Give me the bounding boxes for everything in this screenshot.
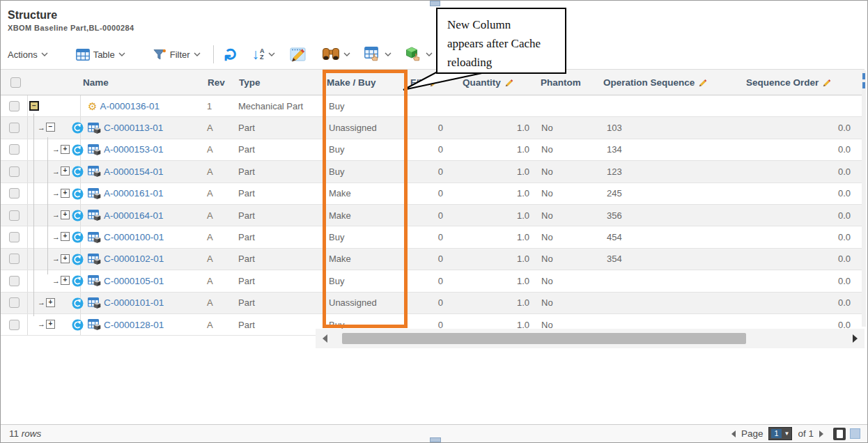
structure-window: Structure XBOM Baseline Part,BL-0000284 …: [0, 0, 868, 443]
refresh-button[interactable]: ↻: [224, 47, 238, 62]
chevron-down-icon: [118, 52, 125, 57]
expand-toggle[interactable]: →+: [52, 166, 70, 176]
edit-pencil-icon[interactable]: [822, 78, 831, 87]
column-header-operation-sequence[interactable]: Operation Sequence: [600, 77, 743, 88]
table-row: →+ C-0000101-01 A Part Unassigned 0 1.0 …: [1, 293, 865, 314]
part-icon: [88, 166, 101, 177]
part-icon: [88, 188, 101, 199]
part-name-link[interactable]: C-0000128-01: [104, 320, 164, 330]
actions-menu[interactable]: Actions: [8, 49, 48, 60]
page-number-dropdown[interactable]: 1 ▼: [768, 427, 792, 440]
expand-toggle[interactable]: →−: [38, 123, 55, 132]
part-name-link[interactable]: C-0000101-01: [104, 297, 164, 308]
quantity-cell: 1.0: [460, 297, 538, 308]
expand-toggle[interactable]: →+: [52, 145, 70, 154]
part-name-link[interactable]: A-0000164-01: [104, 210, 164, 221]
scrollbar-thumb[interactable]: [342, 333, 746, 344]
column-header-type[interactable]: Type: [236, 77, 324, 88]
prev-page-arrow[interactable]: [731, 430, 736, 437]
table-body: − ⚙ A-0000136-01 1 Mechanical Part Buy →…: [1, 95, 865, 336]
expand-box-icon: −: [46, 123, 55, 132]
expand-box-icon: +: [46, 298, 55, 307]
chevron-down-icon: [385, 52, 392, 57]
make-buy-cell: Make: [324, 188, 408, 199]
chevron-down-icon: [194, 52, 201, 57]
chevron-down-icon: [426, 52, 433, 57]
next-page-arrow[interactable]: [819, 430, 823, 437]
filter-menu[interactable]: Filter: [153, 49, 201, 61]
row-checkbox[interactable]: [9, 123, 20, 133]
expand-toggle[interactable]: →+: [52, 254, 70, 263]
refresh-icon: ↻: [223, 47, 238, 62]
part-name-link[interactable]: C-0000102-01: [104, 254, 164, 264]
row-checkbox[interactable]: [9, 232, 20, 242]
operation-sequence-cell: 454: [600, 232, 743, 242]
search-button[interactable]: [322, 47, 350, 62]
tree-cell: →+: [27, 139, 81, 160]
split-view-icon[interactable]: [850, 428, 860, 439]
table-menu[interactable]: Table: [76, 49, 125, 61]
row-checkbox[interactable]: [9, 210, 20, 221]
column-header-sequence-order[interactable]: Sequence Order: [743, 77, 865, 88]
name-cell: A-0000161-01: [81, 188, 205, 199]
quantity-cell: 1.0: [460, 188, 538, 199]
page-label: Page: [741, 428, 764, 439]
part-name-link[interactable]: A-0000154-01: [104, 166, 164, 177]
part-name-link[interactable]: C-0000113-01: [104, 123, 163, 133]
part-name-link[interactable]: C-0000105-01: [104, 276, 164, 286]
row-checkbox[interactable]: [9, 101, 20, 111]
column-header-rev[interactable]: Rev: [205, 77, 236, 88]
name-cell: A-0000164-01: [81, 210, 205, 221]
vertical-scrollbar[interactable]: [862, 70, 866, 327]
sequence-order-cell: 0.0: [743, 232, 865, 242]
row-checkbox[interactable]: [9, 166, 20, 177]
expand-toggle[interactable]: →+: [38, 298, 55, 307]
full-page-view-icon[interactable]: [833, 428, 846, 440]
revision-status-icon: [72, 188, 84, 200]
row-checkbox[interactable]: [9, 188, 20, 199]
part-name-link[interactable]: A-0000161-01: [104, 188, 164, 199]
tree-cell: →−: [27, 117, 81, 138]
table-select-button[interactable]: [364, 47, 392, 62]
phantom-cell: No: [538, 276, 600, 286]
expand-toggle[interactable]: →+: [52, 232, 70, 241]
edit-pencil-icon[interactable]: [698, 78, 707, 87]
part-select-button[interactable]: [405, 47, 433, 62]
expand-toggle[interactable]: →+: [52, 189, 70, 198]
row-checkbox[interactable]: [9, 254, 20, 264]
annotation-handle: [430, 1, 440, 6]
row-checkbox[interactable]: [9, 320, 20, 330]
edit-pencil-icon[interactable]: [504, 78, 513, 87]
mass-edit-button[interactable]: [289, 46, 308, 63]
sort-button[interactable]: ↓ AZ: [252, 47, 275, 61]
page-subtitle: XBOM Baseline Part,BL-0000284: [8, 24, 134, 32]
column-header-make-buy[interactable]: Make / Buy: [324, 77, 408, 88]
select-all-checkbox[interactable]: [10, 77, 21, 88]
rev-cell: A: [205, 123, 236, 133]
part-name-link[interactable]: A-0000136-01: [100, 101, 160, 111]
row-checkbox[interactable]: [9, 297, 20, 308]
part-name-link[interactable]: A-0000153-01: [104, 144, 164, 155]
scroll-right-arrow[interactable]: [853, 334, 858, 343]
expand-toggle[interactable]: →+: [52, 210, 70, 219]
fn-cell: 0: [408, 144, 460, 155]
expand-toggle[interactable]: −: [29, 101, 39, 111]
table-row: →+ C-0000100-01 A Part Buy 0 1.0 No 454 …: [1, 226, 865, 248]
tree-cell: →+: [27, 226, 81, 247]
tree-cell: →+: [27, 205, 81, 226]
revision-status-icon: [72, 231, 84, 243]
sequence-order-cell: 0.0: [743, 297, 865, 308]
expand-toggle[interactable]: →+: [52, 276, 70, 285]
type-cell: Part: [236, 123, 324, 133]
part-name-link[interactable]: C-0000100-01: [104, 232, 164, 242]
row-checkbox-cell: [1, 210, 28, 221]
row-checkbox[interactable]: [9, 144, 20, 155]
column-header-phantom[interactable]: Phantom: [538, 77, 600, 88]
column-header-name[interactable]: Name: [81, 77, 205, 88]
row-checkbox[interactable]: [9, 276, 20, 286]
horizontal-scrollbar[interactable]: [316, 329, 865, 348]
sequence-order-cell: 0.0: [743, 144, 865, 155]
scroll-left-arrow[interactable]: [323, 334, 327, 343]
tree-arrow-icon: →: [52, 210, 60, 219]
expand-toggle[interactable]: →+: [38, 320, 55, 329]
